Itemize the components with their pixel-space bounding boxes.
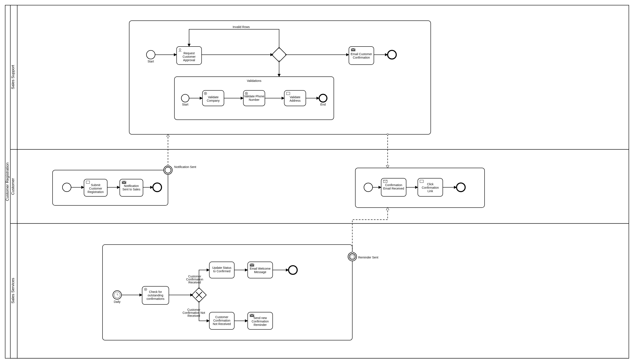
task-validate-company-l1: Validate bbox=[208, 96, 219, 99]
end-event-validations-label: End bbox=[320, 103, 326, 106]
task-email-confirmation-l1: Email Customer bbox=[351, 52, 372, 56]
task-click-l3: Link bbox=[428, 189, 433, 193]
start-event-customer-1[interactable] bbox=[62, 183, 71, 192]
lane-label-customer: Customer bbox=[11, 178, 15, 195]
start-event-validations-label: Start bbox=[182, 103, 188, 106]
start-event-customer-2[interactable] bbox=[364, 183, 372, 192]
edge-label-conf-recv-l3: Received bbox=[188, 281, 201, 284]
lane-body-sales-support bbox=[17, 5, 629, 150]
task-click-l2: Confirmation bbox=[422, 186, 439, 189]
task-submit-l3: Registration bbox=[88, 190, 104, 194]
task-check-l2: outstanding bbox=[148, 294, 163, 297]
lane-label-sales-services: Sales Services bbox=[11, 278, 15, 304]
task-notrecv-l2: Confirmation bbox=[213, 319, 230, 322]
task-update-l2: to Confirmed bbox=[213, 270, 230, 273]
task-check-l1: Check for bbox=[149, 290, 162, 294]
end-event-customer-2[interactable] bbox=[456, 183, 465, 192]
task-validate-address-l2: Address bbox=[290, 99, 300, 102]
task-conf-recv-l1: Confirmation bbox=[385, 183, 402, 187]
task-submit-l1: Submit bbox=[91, 183, 100, 187]
start-event-ss[interactable] bbox=[146, 50, 155, 59]
end-event-sv[interactable] bbox=[289, 266, 297, 274]
task-validate-address-l1: Validate bbox=[290, 96, 300, 99]
boundary-notification-label: Notification Sent bbox=[174, 165, 196, 169]
task-welcome-l2: Message bbox=[254, 270, 266, 274]
start-event-validations[interactable] bbox=[182, 94, 189, 102]
start-event-ss-label: Start bbox=[148, 60, 154, 63]
bpmn-diagram: Customer Registration Sales Support Cust… bbox=[0, 0, 634, 364]
svg-point-7 bbox=[165, 167, 171, 173]
lane-body-sales-services bbox=[17, 224, 629, 358]
lane-body-customer bbox=[17, 150, 629, 224]
task-request-approval-l2: Customer bbox=[182, 55, 196, 58]
task-welcome-l1: Email Welcome bbox=[250, 267, 270, 270]
task-email-confirmation-l2: Confirmation bbox=[353, 56, 370, 59]
lane-label-sales-support: Sales Support bbox=[11, 65, 15, 89]
task-validate-company-l2: Company bbox=[207, 99, 220, 102]
start-event-daily-label: Daily bbox=[114, 300, 120, 304]
task-reminder-l3: Reminder bbox=[254, 323, 267, 326]
task-notrecv-l3: Not Received bbox=[213, 322, 231, 326]
task-submit-l2: Customer bbox=[89, 187, 102, 190]
end-event-customer-1[interactable] bbox=[153, 183, 162, 192]
subprocess-validations-label: Validations bbox=[247, 79, 261, 82]
task-reminder-l1: Send new bbox=[253, 316, 267, 320]
end-event-ss[interactable] bbox=[388, 50, 396, 59]
task-notrecv-l1: Customer bbox=[215, 315, 228, 319]
task-update-l1: Update Status bbox=[212, 266, 231, 270]
boundary-reminder-label: Reminder Sent bbox=[358, 256, 378, 259]
task-check-l3: confirmations bbox=[146, 297, 164, 300]
edge-label-notrecv-l3: Received bbox=[188, 314, 200, 318]
task-request-approval-l3: Approval bbox=[183, 58, 195, 62]
edge-label-invalid-rows: Invalid Rows bbox=[233, 25, 250, 29]
task-validate-phone-l2: Number bbox=[249, 98, 260, 102]
task-notif-l2: Sent to Sales bbox=[122, 188, 140, 191]
end-event-validations[interactable] bbox=[319, 94, 327, 102]
pool-label: Customer Registration bbox=[5, 162, 10, 201]
task-validate-phone-l1: Validate Phone bbox=[244, 94, 264, 98]
svg-point-10 bbox=[349, 254, 355, 260]
task-conf-recv-l2: Email Received bbox=[383, 187, 404, 190]
task-notif-l1: Notification bbox=[124, 184, 139, 188]
task-click-l1: Click bbox=[427, 182, 434, 186]
task-request-approval-l1: Request bbox=[184, 52, 195, 55]
task-reminder-l2: Confirmation bbox=[252, 320, 269, 323]
